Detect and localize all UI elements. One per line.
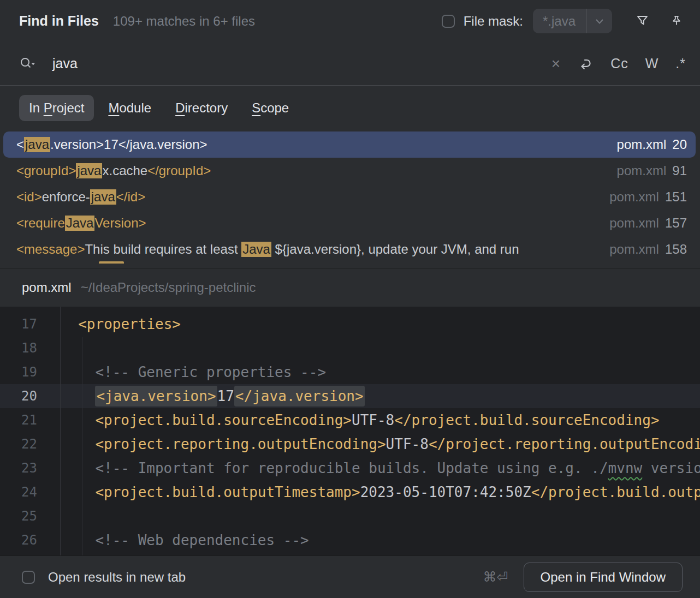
preview-file-name: pom.xml xyxy=(22,280,72,295)
scope-tab-in-project[interactable]: In Project xyxy=(19,95,94,121)
search-result-row[interactable]: <requireJavaVersion>pom.xml157 xyxy=(3,210,696,236)
open-results-new-tab-checkbox[interactable] xyxy=(22,571,35,584)
code-text: <properties> xyxy=(78,316,181,332)
result-text: <requireJavaVersion> xyxy=(16,216,609,231)
search-result-row[interactable]: <groupId>javax.cache</groupId>pom.xml91 xyxy=(3,158,696,184)
filter-icon[interactable] xyxy=(635,14,650,28)
words-toggle[interactable]: W xyxy=(645,56,659,71)
result-file-reference: pom.xml158 xyxy=(609,242,687,257)
code-line[interactable]: 22<project.reporting.outputEncoding>UTF-… xyxy=(0,432,700,456)
result-text: <id>enforce-java</id> xyxy=(16,189,609,205)
code-line[interactable]: 19<!-- Generic properties --> xyxy=(0,360,700,384)
result-file-reference: pom.xml157 xyxy=(609,216,687,231)
line-number: 24 xyxy=(0,485,37,500)
code-preview[interactable]: 1617<properties>1819<!-- Generic propert… xyxy=(0,307,700,555)
newline-icon[interactable] xyxy=(577,56,594,72)
gutter-divider xyxy=(60,307,61,555)
result-file-reference: pom.xml151 xyxy=(609,189,687,205)
line-number: 26 xyxy=(0,533,37,548)
line-number: 22 xyxy=(0,436,37,452)
code-line[interactable]: 20<java.version>17</java.version> xyxy=(0,384,700,408)
line-number: 16 xyxy=(0,307,37,308)
chevron-down-icon[interactable] xyxy=(587,9,612,33)
code-line[interactable]: 18 xyxy=(0,336,700,360)
regex-toggle[interactable]: .* xyxy=(675,56,686,71)
code-line[interactable]: 26<!-- Web dependencies --> xyxy=(0,528,700,552)
file-mask-combobox[interactable]: *.java xyxy=(533,9,612,33)
code-line[interactable]: 24<project.build.outputTimestamp>2023-05… xyxy=(0,480,700,504)
scope-tab-scope[interactable]: Scope xyxy=(252,95,289,121)
indent-guide xyxy=(82,337,82,555)
search-bar: java × Cc W .* xyxy=(0,42,700,86)
code-line[interactable]: 23<!-- Important for reproducible builds… xyxy=(0,456,700,480)
result-text: <groupId>javax.cache</groupId> xyxy=(16,163,617,178)
shortcut-hint: ⌘⏎ xyxy=(483,569,508,585)
line-number: 19 xyxy=(0,364,37,380)
code-text: <project.build.outputTimestamp>2023-05-1… xyxy=(95,484,700,500)
pin-icon[interactable] xyxy=(669,14,684,28)
line-number: 25 xyxy=(0,509,37,524)
open-in-find-window-button[interactable]: Open in Find Window xyxy=(524,563,683,592)
line-number: 18 xyxy=(0,340,37,356)
code-text: <!-- Web dependencies --> xyxy=(95,532,309,548)
file-mask-value[interactable]: *.java xyxy=(533,14,586,29)
code-text: <java.version>17</java.version> xyxy=(95,388,364,404)
dialog-header: Find in Files 109+ matches in 6+ files F… xyxy=(0,0,700,42)
code-line[interactable]: 21<project.build.sourceEncoding>UTF-8</p… xyxy=(0,408,700,432)
search-result-row[interactable]: <java.version>17</java.version>pom.xml20 xyxy=(3,131,696,158)
file-mask-label: File mask: xyxy=(464,14,523,29)
footer-bar: Open results in new tab ⌘⏎ Open in Find … xyxy=(0,555,700,598)
search-input[interactable]: java xyxy=(52,56,551,71)
code-line[interactable]: 25 xyxy=(0,504,700,528)
line-number: 23 xyxy=(0,461,37,476)
open-results-new-tab-label: Open results in new tab xyxy=(48,570,483,585)
code-text: <project.reporting.outputEncoding>UTF-8<… xyxy=(95,436,700,452)
code-line[interactable]: 16 xyxy=(0,307,700,312)
scope-tab-module[interactable]: Module xyxy=(108,95,151,121)
scope-tabs: In ProjectModuleDirectoryScope xyxy=(0,86,700,130)
result-text: <java.version>17</java.version> xyxy=(16,137,617,152)
next-match-peek-highlight xyxy=(99,261,124,264)
file-mask-checkbox[interactable] xyxy=(442,15,455,28)
dialog-title: Find in Files xyxy=(19,13,99,29)
match-case-toggle[interactable]: Cc xyxy=(610,56,628,71)
search-result-row[interactable]: <id>enforce-java</id>pom.xml151 xyxy=(3,184,696,210)
results-list: <java.version>17</java.version>pom.xml20… xyxy=(0,130,700,268)
code-text: <!-- Generic properties --> xyxy=(95,364,326,380)
preview-file-header: pom.xml ~/IdeaProjects/spring-petclinic xyxy=(0,268,700,307)
line-number: 21 xyxy=(0,412,37,428)
code-text: <!-- Important for reproducible builds. … xyxy=(95,460,700,476)
match-summary: 109+ matches in 6+ files xyxy=(113,14,442,29)
result-text: <message>This build requires at least Ja… xyxy=(16,242,609,257)
line-number: 20 xyxy=(0,388,37,404)
code-line[interactable]: 17<properties> xyxy=(0,312,700,336)
clear-search-icon[interactable]: × xyxy=(551,56,560,71)
code-text: <project.build.sourceEncoding>UTF-8</pro… xyxy=(95,412,659,428)
result-file-reference: pom.xml20 xyxy=(617,137,687,152)
result-file-reference: pom.xml91 xyxy=(617,163,687,178)
preview-file-path: ~/IdeaProjects/spring-petclinic xyxy=(81,280,256,295)
search-result-row[interactable]: <message>This build requires at least Ja… xyxy=(3,236,696,262)
line-number: 17 xyxy=(0,316,37,332)
scope-tab-directory[interactable]: Directory xyxy=(175,95,228,121)
search-icon[interactable] xyxy=(19,56,36,72)
